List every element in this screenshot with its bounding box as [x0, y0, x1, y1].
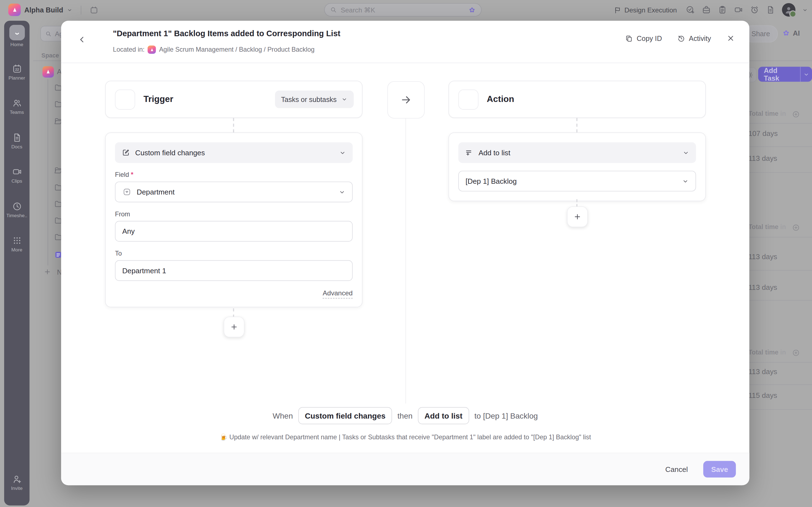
flag-icon: [614, 6, 621, 14]
close-button[interactable]: [726, 34, 735, 43]
home-icon: [9, 25, 24, 40]
chevron-down-icon: [682, 149, 689, 156]
sidebar-item-home[interactable]: Home: [4, 25, 30, 47]
arrow-right-icon: [400, 94, 411, 106]
activity-button[interactable]: Activity: [677, 35, 711, 42]
advanced-link[interactable]: Advanced: [323, 289, 353, 299]
table-cell: 113 days: [748, 252, 777, 261]
clickup-logo-icon: [115, 89, 135, 109]
person-plus-icon: [12, 474, 22, 484]
trigger-summary-chip[interactable]: Custom field changes: [298, 407, 393, 425]
column-header[interactable]: Total time in: [748, 349, 786, 356]
add-task-label: Add Task: [758, 67, 800, 82]
located-in-label: Located in:: [113, 46, 145, 53]
user-status[interactable]: Design Execution: [614, 6, 677, 14]
list-select[interactable]: [Dep 1] Backlog: [458, 171, 696, 191]
add-task-button[interactable]: Add Task: [758, 67, 812, 82]
trigger-node-card: Trigger Tasks or subtasks: [105, 81, 363, 118]
then-label: then: [397, 411, 413, 420]
user-avatar[interactable]: [782, 3, 796, 16]
top-bar: Alpha Build Search ⌘K Design Execution: [0, 0, 812, 20]
new-task-icon[interactable]: [686, 5, 695, 15]
add-column-icon[interactable]: [792, 349, 800, 357]
back-button[interactable]: [78, 35, 87, 44]
sidebar-item-more[interactable]: More: [4, 235, 30, 252]
copy-id-label: Copy ID: [637, 35, 662, 42]
cancel-button[interactable]: Cancel: [665, 465, 688, 473]
app-sidebar: Home Planner Teams Docs Clips Timeshe.. …: [4, 21, 30, 505]
action-heading: Action: [487, 94, 514, 104]
history-clock-icon: [677, 35, 685, 42]
dropdown-field-icon: [122, 187, 132, 197]
breadcrumb[interactable]: Agile Scrum Management / Backlog / Produ…: [159, 46, 314, 53]
chevron-down-icon: [682, 178, 689, 184]
action-type-value: Add to list: [478, 148, 510, 157]
table-cell: 113 days: [748, 283, 777, 291]
action-type-dropdown[interactable]: Add to list: [458, 142, 696, 163]
column-header[interactable]: Total time in: [748, 224, 786, 231]
action-summary-chip[interactable]: Add to list: [418, 407, 469, 425]
sidebar-label: Timeshe..: [4, 213, 30, 218]
sidebar-item-clips[interactable]: Clips: [4, 167, 30, 184]
sidebar-item-teams[interactable]: Teams: [4, 98, 30, 115]
automation-title: "Department 1" Backlog Items added to Co…: [113, 29, 341, 39]
close-icon: [726, 34, 735, 43]
share-label: Share: [751, 30, 770, 38]
chevron-down-icon[interactable]: [802, 7, 808, 13]
sidebar-item-docs[interactable]: Docs: [4, 132, 30, 150]
add-column-icon[interactable]: [792, 224, 800, 232]
save-button[interactable]: Save: [703, 461, 736, 477]
automation-description: 🍺 Update w/ relevant Department name | T…: [61, 433, 749, 441]
clipboard-icon[interactable]: [718, 5, 727, 15]
to-input[interactable]: Department 1: [115, 260, 353, 281]
modal-header-actions: Copy ID Activity: [625, 34, 735, 43]
trigger-to-action-arrow: [388, 81, 425, 118]
connector-line: [576, 199, 577, 207]
add-task-dropdown[interactable]: [800, 67, 812, 82]
trigger-event-dropdown[interactable]: Custom field changes: [115, 142, 353, 163]
modal-footer: Cancel Save: [61, 453, 749, 485]
add-action-step-button[interactable]: [567, 207, 588, 227]
from-input[interactable]: Any: [115, 221, 353, 242]
ai-flower-icon: [782, 29, 790, 37]
reminder-alarm-icon[interactable]: [750, 5, 759, 15]
sidebar-item-timesheets[interactable]: Timeshe..: [4, 201, 30, 218]
sidebar-label: Invite: [4, 486, 30, 491]
briefcase-icon[interactable]: [702, 5, 711, 15]
plus-icon: [230, 323, 238, 331]
action-config-card: Add to list [Dep 1] Backlog: [449, 132, 706, 201]
sidebar-item-planner[interactable]: Planner: [4, 64, 30, 81]
connector-line: [576, 118, 577, 132]
column-header[interactable]: Total time in: [748, 110, 786, 117]
top-bar-actions: Design Execution: [614, 0, 808, 20]
copy-id-button[interactable]: Copy ID: [625, 35, 662, 42]
modal-header: "Department 1" Backlog Items added to Co…: [61, 21, 749, 63]
plus-icon[interactable]: [43, 268, 51, 276]
people-icon: [12, 98, 22, 108]
add-column-icon[interactable]: [792, 110, 800, 118]
field-select[interactable]: Department: [115, 181, 353, 202]
canvas-center-line: [405, 117, 406, 403]
record-clip-icon[interactable]: [734, 5, 743, 15]
table-cell: 113 days: [748, 154, 777, 162]
sidebar-item-invite[interactable]: Invite: [4, 474, 30, 491]
calendar-icon[interactable]: [90, 5, 98, 14]
workspace-switcher[interactable]: Alpha Build: [5, 3, 101, 16]
trigger-scope-dropdown[interactable]: Tasks or subtasks: [275, 91, 354, 108]
search-input[interactable]: Search ⌘K: [324, 3, 481, 16]
ai-flower-icon[interactable]: [468, 6, 476, 14]
tree-guide-line: [48, 79, 48, 265]
notepad-icon[interactable]: [766, 5, 775, 15]
document-icon: [12, 132, 22, 143]
from-label: From: [115, 211, 353, 218]
clock-icon: [12, 201, 22, 211]
ai-button[interactable]: AI: [782, 29, 800, 37]
add-trigger-step-button[interactable]: [224, 317, 245, 337]
space-avatar[interactable]: [43, 66, 54, 78]
chevron-down-icon: [67, 7, 73, 13]
ai-label: AI: [793, 29, 800, 37]
workspace-logo-icon: [8, 4, 21, 16]
summary-target: to [Dep 1] Backlog: [474, 411, 538, 420]
sidebar-label: Home: [4, 42, 30, 47]
table-cell: 107 days: [748, 129, 778, 137]
